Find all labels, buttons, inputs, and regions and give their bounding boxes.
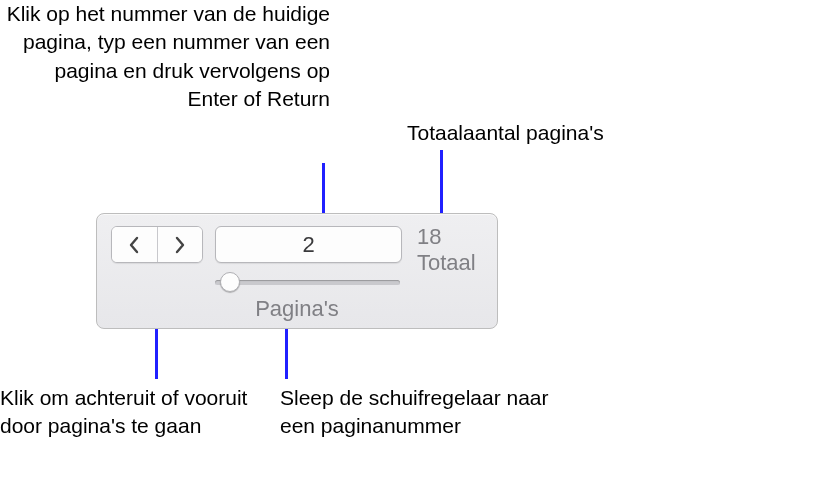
prev-page-button[interactable] (112, 227, 157, 262)
panel-caption: Pagina's (97, 296, 497, 322)
chevron-left-icon (127, 236, 141, 254)
page-navigator-panel: 2 18 Totaal Pagina's (96, 213, 498, 329)
total-pages-value: 18 (417, 224, 476, 250)
callout-total: Totaalaantal pagina's (407, 119, 604, 147)
next-page-button[interactable] (157, 227, 203, 262)
slider-thumb[interactable] (220, 272, 240, 292)
callout-nav: Klik om achteruit of vooruit door pagina… (0, 384, 260, 441)
current-page-input[interactable]: 2 (215, 226, 402, 263)
callout-slider: Sleep de schuifregelaar naar een paginan… (280, 384, 570, 441)
page-slider[interactable] (215, 272, 400, 294)
chevron-right-icon (173, 236, 187, 254)
total-pages-label: Totaal (417, 250, 476, 276)
callout-page-field: Klik op het nummer van de huidige pagina… (0, 0, 330, 113)
slider-track (215, 280, 400, 285)
page-nav-segmented (111, 226, 203, 263)
total-pages-block: 18 Totaal (417, 224, 476, 277)
